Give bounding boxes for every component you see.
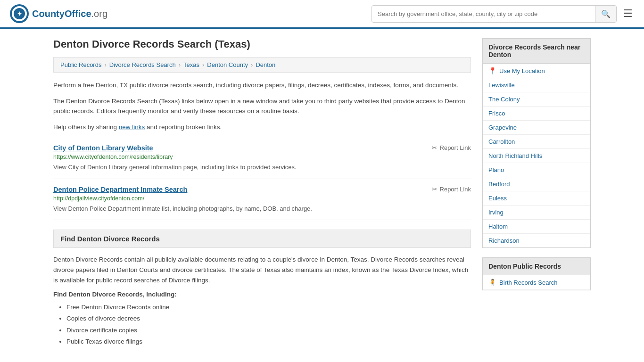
sidebar-city-euless[interactable]: Euless	[483, 191, 590, 206]
breadcrumb-texas[interactable]: Texas	[183, 61, 199, 68]
city-link-richardson[interactable]: Richardson	[488, 237, 520, 244]
intro-para2: The Denton Divorce Records Search (Texas…	[53, 96, 471, 116]
person-icon: 🧍	[488, 279, 496, 286]
link-entry-1-url: http://dpdjailview.cityofdenton.com/	[53, 195, 471, 202]
site-header: ✦ CountyOffice.org 🔍 ☰	[0, 0, 644, 29]
svg-text:✦: ✦	[17, 10, 22, 17]
link-entry-0-header: City of Denton Library Website ✂ Report …	[53, 144, 471, 152]
sidebar-city-plano[interactable]: Plano	[483, 163, 590, 177]
scissors-icon-1: ✂	[432, 186, 437, 193]
breadcrumb-sep-4: ›	[251, 61, 253, 68]
city-link-grapevine[interactable]: Grapevine	[488, 124, 517, 131]
sidebar-city-haltom[interactable]: Haltom	[483, 220, 590, 234]
intro-para3-after: and reporting broken links.	[145, 123, 222, 131]
breadcrumb: Public Records › Divorce Records Search …	[53, 57, 471, 73]
bullet-item-3: Public Texas divorce filings	[66, 336, 471, 347]
sidebar-public-records-section: 🧍 Birth Records Search	[482, 275, 591, 290]
header-right: 🔍 ☰	[372, 5, 635, 23]
report-link-0-label: Report Link	[440, 144, 471, 151]
city-link-haltom[interactable]: Haltom	[488, 223, 508, 230]
bullet-item-2: Divorce certificate copies	[66, 325, 471, 336]
report-link-1-button[interactable]: ✂ Report Link	[432, 186, 471, 193]
find-section-body: Denton Divorce Records contain all publi…	[53, 255, 471, 285]
breadcrumb-public-records[interactable]: Public Records	[60, 61, 101, 68]
sidebar-city-carrollton[interactable]: Carrollton	[483, 135, 590, 149]
sidebar-nearby-section: 📍 Use My Location Lewisville The Colony …	[482, 64, 591, 248]
city-link-frisco[interactable]: Frisco	[488, 110, 505, 117]
link-entry-0-desc: View City of Denton Library general info…	[53, 163, 471, 172]
hamburger-menu-icon[interactable]: ☰	[621, 6, 635, 22]
find-section-subsection-title: Find Denton Divorce Records, including:	[53, 291, 471, 298]
sidebar-city-the-colony[interactable]: The Colony	[483, 92, 590, 107]
intro-para3: Help others by sharing new links and rep…	[53, 122, 471, 132]
search-button[interactable]: 🔍	[595, 6, 616, 22]
city-link-north-richland-hills[interactable]: North Richland Hills	[488, 152, 542, 159]
sidebar-nearby-title: Divorce Records Search near Denton	[482, 38, 591, 64]
sidebar-city-frisco[interactable]: Frisco	[483, 107, 590, 121]
search-input[interactable]	[372, 7, 595, 21]
find-section-header: Find Denton Divorce Records	[53, 230, 471, 248]
city-link-plano[interactable]: Plano	[488, 166, 504, 173]
logo-icon: ✦	[9, 4, 29, 24]
sidebar-birth-records[interactable]: 🧍 Birth Records Search	[483, 275, 590, 290]
breadcrumb-divorce-records-search[interactable]: Divorce Records Search	[109, 61, 176, 68]
breadcrumb-sep-2: ›	[179, 61, 181, 68]
city-link-bedford[interactable]: Bedford	[488, 181, 510, 188]
city-link-carrollton[interactable]: Carrollton	[488, 138, 515, 145]
sidebar-public-records-title: Denton Public Records	[482, 257, 591, 275]
breadcrumb-denton[interactable]: Denton	[256, 61, 275, 68]
sidebar-city-richardson[interactable]: Richardson	[483, 234, 590, 247]
link-entry-0-url: https://www.cityofdenton.com/residents/l…	[53, 154, 471, 160]
sidebar-city-irving[interactable]: Irving	[483, 206, 590, 220]
sidebar-use-location[interactable]: 📍 Use My Location	[483, 64, 590, 78]
city-link-euless[interactable]: Euless	[488, 195, 507, 202]
breadcrumb-denton-county[interactable]: Denton County	[207, 61, 248, 68]
birth-records-link[interactable]: Birth Records Search	[499, 279, 558, 286]
report-link-0-button[interactable]: ✂ Report Link	[432, 144, 471, 151]
link-entry-0-title[interactable]: City of Denton Library Website	[53, 144, 153, 152]
main-container: Denton Divorce Records Search (Texas) Pu…	[44, 29, 600, 357]
sidebar-city-north-richland-hills[interactable]: North Richland Hills	[483, 149, 590, 163]
city-link-lewisville[interactable]: Lewisville	[488, 82, 515, 89]
intro-para3-before: Help others by sharing	[53, 123, 119, 131]
use-location-label: Use My Location	[499, 67, 545, 74]
search-bar: 🔍	[372, 5, 617, 23]
new-links-link[interactable]: new links	[119, 123, 145, 131]
sidebar-city-lewisville[interactable]: Lewisville	[483, 78, 590, 92]
find-section-bullet-list: Free Denton Divorce Records online Copie…	[53, 302, 471, 347]
city-link-the-colony[interactable]: The Colony	[488, 96, 520, 103]
sidebar: Divorce Records Search near Denton 📍 Use…	[482, 38, 591, 347]
page-title: Denton Divorce Records Search (Texas)	[53, 38, 471, 50]
scissors-icon-0: ✂	[432, 144, 437, 151]
sidebar-city-grapevine[interactable]: Grapevine	[483, 121, 590, 135]
logo-text: CountyOffice.org	[32, 8, 107, 19]
city-link-irving[interactable]: Irving	[488, 209, 504, 216]
intro-para1: Perform a free Denton, TX public divorce…	[53, 80, 471, 90]
report-link-1-label: Report Link	[440, 186, 471, 193]
logo-area[interactable]: ✦ CountyOffice.org	[9, 4, 107, 24]
bullet-item-0: Free Denton Divorce Records online	[66, 302, 471, 313]
link-entry-1-desc: View Denton Police Department inmate lis…	[53, 204, 471, 214]
link-entry-1-title[interactable]: Denton Police Department Inmate Search	[53, 186, 187, 193]
link-entry-1: Denton Police Department Inmate Search ✂…	[53, 179, 471, 221]
link-entry-0: City of Denton Library Website ✂ Report …	[53, 138, 471, 179]
content-area: Denton Divorce Records Search (Texas) Pu…	[53, 38, 471, 347]
breadcrumb-sep-1: ›	[104, 61, 106, 68]
pin-icon: 📍	[488, 67, 496, 74]
link-entry-1-header: Denton Police Department Inmate Search ✂…	[53, 186, 471, 193]
sidebar-city-bedford[interactable]: Bedford	[483, 177, 590, 191]
bullet-item-1: Copies of divorce decrees	[66, 313, 471, 324]
breadcrumb-sep-3: ›	[202, 61, 204, 68]
